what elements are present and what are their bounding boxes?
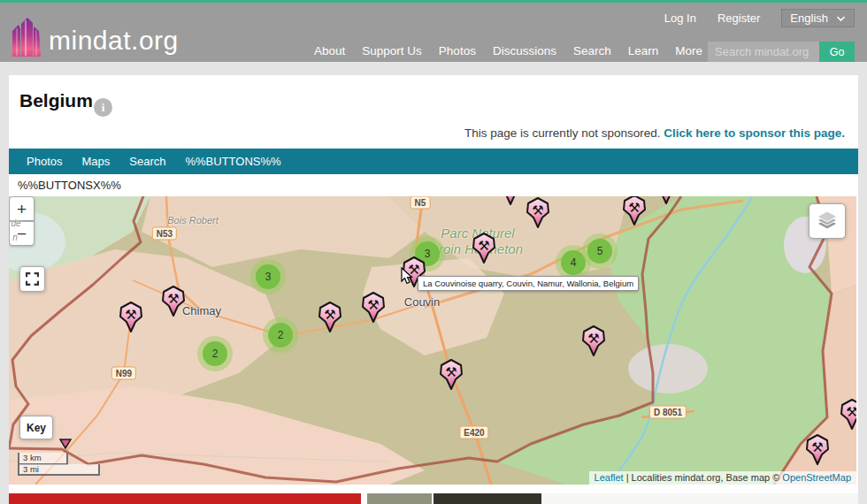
toplink-register[interactable]: Register (717, 11, 760, 25)
svg-text:⚒: ⚒ (167, 291, 179, 307)
cluster-count: 2 (268, 323, 293, 347)
place-label-couvin: Couvin (404, 295, 440, 309)
nav-item-more[interactable]: More (675, 44, 702, 57)
header-search: Go (708, 42, 855, 62)
fullscreen-button[interactable] (19, 266, 45, 292)
photo-thumbnail-4[interactable] (541, 493, 858, 504)
photo-thumbnail-3[interactable] (434, 493, 541, 504)
photo-thumbnail-2[interactable] (367, 493, 432, 504)
photo-thumbnail-1[interactable] (9, 493, 361, 504)
locality-marker[interactable]: ⚒ (118, 302, 144, 333)
layers-button[interactable] (809, 203, 846, 239)
locality-marker[interactable]: ⚒ (839, 399, 856, 431)
chevron-down-icon (836, 15, 846, 22)
nav-item-learn[interactable]: Learn (628, 44, 659, 57)
svg-text:⚒: ⚒ (445, 364, 457, 380)
locality-map[interactable]: Bois RobertChimayCouvinParc NaturelViroi… (9, 196, 856, 485)
hidden-marker-tip (59, 439, 72, 449)
marker-cluster-2[interactable]: 2 (197, 336, 233, 371)
site-logo[interactable]: mindat.org (11, 17, 179, 57)
svg-text:⚒: ⚒ (846, 404, 856, 420)
locality-marker[interactable]: ⚒ (471, 233, 497, 264)
section-tab-bar: PhotosMapsSearch%%BUTTONS%% (9, 149, 858, 174)
sponsor-text: This page is currently not sponsored. (464, 126, 664, 140)
site-header: mindat.org Log InRegister English AboutS… (0, 3, 867, 62)
marker-cluster-2[interactable]: 2 (263, 317, 298, 353)
road-badge-n99: N99 (111, 367, 136, 380)
sponsor-link[interactable]: Click here to sponsor this page. (664, 126, 845, 140)
svg-text:⚒: ⚒ (628, 200, 640, 216)
marker-tooltip: La Couvinoise quarry, Couvin, Namur, Wal… (418, 276, 639, 291)
svg-text:⚒: ⚒ (125, 307, 136, 323)
layers-icon (816, 210, 839, 233)
nav-item-photos[interactable]: Photos (439, 44, 476, 57)
photo-strip (9, 493, 858, 504)
marker-cluster-5[interactable]: 5 (582, 233, 618, 269)
svg-text:⚒: ⚒ (367, 297, 379, 313)
place-label-bois-robert: Bois Robert (167, 215, 218, 225)
locality-marker[interactable]: ⚒ (317, 302, 343, 333)
search-input[interactable] (708, 42, 819, 62)
place-label-n: n (12, 233, 18, 242)
tab-maps[interactable]: Maps (72, 155, 119, 168)
marker-cluster-3[interactable]: 3 (250, 259, 286, 294)
nav-item-search[interactable]: Search (573, 44, 611, 57)
svg-text:⚒: ⚒ (478, 238, 489, 254)
cluster-count: 5 (587, 239, 612, 263)
search-go-button[interactable]: Go (819, 42, 855, 62)
main-nav: AboutSupport UsPhotosDiscussionsSearchLe… (314, 44, 702, 57)
map-key-button[interactable]: Key (19, 416, 53, 439)
scale-bar-mi: 3 mi (18, 464, 100, 476)
locality-marker[interactable]: ⚒ (360, 292, 387, 324)
map-attribution: Leaflet | Localities mindat.org, Base ma… (589, 471, 856, 485)
scale-bar-km: 3 km (18, 453, 68, 465)
nav-item-discussions[interactable]: Discussions (493, 44, 556, 57)
tab-photos[interactable]: Photos (17, 155, 72, 168)
page-title: Belgium (19, 90, 93, 111)
nav-item-about[interactable]: About (314, 44, 345, 57)
language-value: English (790, 11, 828, 25)
svg-text:⚒: ⚒ (324, 307, 335, 323)
toplink-log-in[interactable]: Log In (664, 11, 696, 25)
locality-marker[interactable]: ⚒ (525, 197, 551, 229)
locality-marker[interactable]: ⚒ (580, 325, 607, 357)
crystal-logo-icon (11, 17, 42, 57)
svg-text:⚒: ⚒ (532, 202, 543, 218)
road-badge-d-8051: D 8051 (649, 406, 687, 419)
tab-search[interactable]: Search (119, 155, 175, 168)
tab-buttons[interactable]: %%BUTTONS%% (175, 155, 290, 168)
openstreetmap-link[interactable]: OpenStreetMap (782, 472, 851, 483)
leaflet-link[interactable]: Leaflet (595, 472, 624, 483)
header-top-row: Log InRegister English (664, 9, 855, 27)
cluster-count: 3 (256, 264, 280, 289)
locality-marker[interactable]: ⚒ (621, 196, 648, 226)
attribution-text: | Localities mindat.org, Base map © (624, 472, 783, 483)
mouse-cursor (401, 267, 415, 285)
road-badge-n53: N53 (152, 227, 177, 241)
road-badge-e420: E420 (459, 426, 488, 439)
place-label-de: de (11, 218, 20, 228)
info-icon[interactable]: i (94, 98, 112, 117)
svg-text:⚒: ⚒ (811, 439, 823, 455)
svg-text:⚒: ⚒ (587, 331, 599, 347)
locality-marker[interactable]: ⚒ (438, 359, 464, 391)
locality-marker[interactable]: ⚒ (160, 286, 187, 317)
locality-marker[interactable]: ⚒ (804, 434, 831, 466)
nav-item-support-us[interactable]: Support Us (362, 44, 422, 57)
locality-marker[interactable]: ⚒ (653, 196, 679, 205)
language-select[interactable]: English (781, 9, 855, 27)
logo-text: mindat.org (49, 27, 179, 57)
locality-marker[interactable]: ⚒ (497, 196, 524, 206)
road-badge-n5: N5 (410, 196, 431, 210)
fullscreen-icon (26, 272, 39, 286)
cluster-count: 2 (203, 341, 227, 366)
place-label-chimay: Chimay (182, 304, 221, 317)
content-card: Belgium i This page is currently not spo… (9, 75, 858, 504)
sponsor-row: This page is currently not sponsored. Cl… (464, 126, 845, 140)
buttons-placeholder-text: %%BUTTONSX%% (18, 174, 121, 196)
